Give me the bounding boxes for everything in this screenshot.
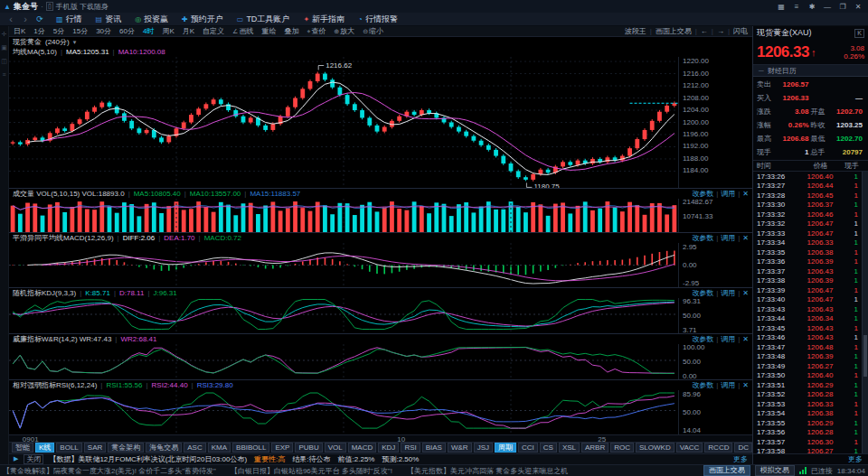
crosshair-icon[interactable]: ✛	[2, 31, 7, 38]
period-button-重绘[interactable]: 重绘	[261, 26, 276, 36]
indicator-tab-CS[interactable]: CS	[540, 443, 557, 453]
close-panel-button[interactable]: ✕	[742, 335, 749, 343]
settings-icon[interactable]: ✱	[806, 3, 818, 11]
indicator-tab-EXP[interactable]: EXP	[271, 443, 293, 453]
close-panel-button[interactable]: ✕	[742, 234, 749, 242]
scrollbar-thumb[interactable]	[863, 335, 867, 377]
restore-button[interactable]: ❐	[836, 3, 849, 11]
menu-item-TD工具账户[interactable]: ▭TD工具账户	[237, 14, 290, 25]
indicator-tab-BBIBOLL[interactable]: BBIBOLL	[232, 443, 269, 453]
indicator-tab-RSI[interactable]: RSI	[401, 443, 420, 453]
vol-plot[interactable]	[9, 199, 678, 232]
prev-arrow-button[interactable]: ←	[701, 27, 708, 35]
modify-params-button[interactable]: 改参数	[692, 233, 713, 243]
wr-plot[interactable]	[9, 344, 678, 379]
kline-badge[interactable]: K	[854, 29, 864, 38]
indicator-tab-ARBR[interactable]: ARBR	[581, 443, 609, 453]
period-button-1分[interactable]: 1分	[33, 26, 44, 36]
period-button-日K[interactable]: 日K	[14, 26, 25, 36]
period-button-自定义[interactable]: 自定义	[203, 26, 224, 36]
invoke-button[interactable]: 调用	[721, 189, 735, 199]
layout-icon[interactable]: ▦	[775, 3, 788, 11]
period-button-5分[interactable]: 5分	[53, 26, 64, 36]
indicator-tab-DC[interactable]: DC	[734, 443, 752, 453]
news-more-link[interactable]: 更多	[733, 454, 748, 464]
announcement-icon[interactable]: ≡	[790, 3, 803, 11]
period-button-4时[interactable]: 4时	[143, 26, 154, 36]
close-panel-button[interactable]: ✕	[742, 381, 749, 389]
indicator-tab-黄金架构[interactable]: 黄金架构	[108, 443, 144, 453]
menu-item-新手指南[interactable]: ✦新手指南	[303, 14, 344, 25]
period-button-缩小[interactable]: ⊖缩小	[363, 26, 383, 36]
onchart-trade-button[interactable]: 画面上交易	[703, 465, 750, 476]
invoke-button[interactable]: 调用	[721, 233, 735, 243]
list-icon[interactable]: ≡	[2, 71, 5, 78]
menu-item-投资赢[interactable]: ◎投资赢	[135, 14, 168, 25]
period-button-30分[interactable]: 30分	[96, 26, 111, 36]
period-button-画线[interactable]: ∠画线	[232, 26, 253, 36]
candlestick-plot[interactable]: 1216.621180.75	[9, 57, 678, 188]
indicator-tab-ROC[interactable]: ROC	[610, 443, 634, 453]
invoke-button[interactable]: 调用	[721, 334, 735, 344]
close-panel-button[interactable]: ✕	[742, 289, 749, 297]
chart-symbol[interactable]: 现货黄金	[13, 37, 42, 47]
indicator-tab-K线[interactable]: K线	[35, 443, 54, 453]
modify-params-button[interactable]: 改参数	[692, 380, 713, 390]
indicator-tab-海龟交易[interactable]: 海龟交易	[146, 443, 182, 453]
kdj-plot[interactable]	[9, 298, 678, 333]
indicator-tab-JSJ[interactable]: JSJ	[474, 443, 493, 453]
macd-plot[interactable]	[9, 243, 678, 287]
back-button[interactable]: ‹	[5, 14, 16, 25]
grid-icon[interactable]: ▣	[1, 44, 7, 51]
symbol-name[interactable]: 现货黄金(XAU)	[757, 27, 812, 39]
indicator-tab-BIAS[interactable]: BIAS	[422, 443, 446, 453]
sim-trade-button[interactable]: 模拟交易	[755, 465, 795, 476]
period-button-查价[interactable]: ⌖查价	[307, 26, 326, 36]
indicator-tab-RCCD[interactable]: RCCD	[704, 443, 732, 453]
split-panel-icon[interactable]: ◫	[1, 58, 7, 65]
next-arrow-button[interactable]: →	[717, 27, 724, 35]
invoke-button[interactable]: 调用	[721, 380, 735, 390]
minimize-button[interactable]: —	[821, 3, 834, 11]
menu-item-资讯[interactable]: ▤资讯	[96, 14, 122, 25]
indicator-tab-PUBU[interactable]: PUBU	[295, 443, 322, 453]
indicator-tab-W&R[interactable]: W&R	[448, 443, 472, 453]
menu-item-预约开户[interactable]: ✚预约开户	[182, 14, 223, 25]
tick-scrollbar[interactable]	[862, 172, 868, 453]
period-button-60分[interactable]: 60分	[119, 26, 135, 36]
refresh-icon[interactable]: ⟳	[34, 14, 45, 25]
indicator-tab-智能[interactable]: 智能	[12, 443, 33, 453]
rsi-plot[interactable]	[9, 390, 678, 434]
period-button-15分[interactable]: 15分	[72, 26, 88, 36]
indicator-tab-VACC[interactable]: VACC	[676, 443, 703, 453]
chevron-down-icon[interactable]: ▾	[73, 39, 77, 46]
invoke-button[interactable]: 调用	[721, 288, 735, 298]
menu-item-行情[interactable]: ▥行情	[56, 14, 82, 25]
indicator-tab-SAR[interactable]: SAR	[84, 443, 106, 453]
indicator-tab-KDJ[interactable]: KDJ	[378, 443, 399, 453]
indicator-tab-MACD[interactable]: MACD	[348, 443, 377, 453]
indicator-tab-周期[interactable]: 周期	[495, 443, 516, 453]
chart-trade-button[interactable]: 画面上交易	[656, 26, 692, 36]
indicator-tab-VOL[interactable]: VOL	[325, 443, 346, 453]
indicator-tab-ASC[interactable]: ASC	[184, 443, 205, 453]
play-icon[interactable]: ▶	[14, 455, 18, 462]
close-panel-button[interactable]: ✕	[742, 190, 749, 198]
indicator-tab-SLOWKD[interactable]: SLOWKD	[636, 443, 675, 453]
indicator-tab-KMA[interactable]: KMA	[208, 443, 231, 453]
band-king-button[interactable]: 波段王	[625, 26, 646, 36]
period-button-月K[interactable]: 月K	[183, 26, 194, 36]
period-button-叠加[interactable]: 叠加	[284, 26, 298, 36]
indicator-tab-BOLL[interactable]: BOLL	[56, 443, 81, 453]
news-close-button[interactable]: 关闭	[24, 454, 43, 464]
indicator-tab-CCI[interactable]: CCI	[518, 443, 538, 453]
period-button-放大[interactable]: ⊕放大	[334, 26, 354, 36]
calendar-toggle[interactable]: ─ 财经日历	[753, 65, 868, 77]
ticks-more-link[interactable]: 更多	[753, 453, 868, 464]
forward-button[interactable]: ›	[20, 14, 31, 25]
menu-item-行情报警[interactable]: ◔行情报警	[358, 14, 398, 25]
period-button-周K[interactable]: 周K	[162, 26, 174, 36]
chart-period[interactable]: (240分)	[45, 37, 70, 47]
flash-order-button[interactable]: 闪电	[733, 26, 748, 36]
indicator-tab-XSL[interactable]: XSL	[559, 443, 580, 453]
